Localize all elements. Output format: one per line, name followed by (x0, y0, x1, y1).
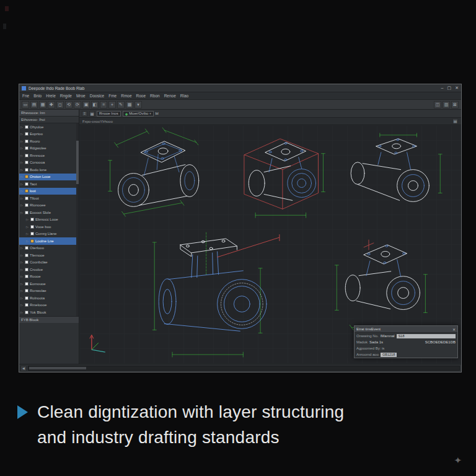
layer-row[interactable]: ▷Coonbclae (19, 259, 79, 267)
layer-row[interactable]: ▷Vooe boo (19, 223, 79, 231)
expand-arrow-icon[interactable]: ▷ (26, 225, 29, 229)
layer-tool-icon[interactable]: ▦ (89, 111, 95, 117)
dialog-close-icon[interactable]: ✕ (452, 327, 456, 332)
expand-arrow-icon[interactable]: ▷ (20, 196, 24, 200)
layer-row[interactable]: ▷Ohyuloe (19, 123, 79, 131)
dialog-title-bar[interactable]: Etrat tinsEvent ✕ (355, 326, 457, 333)
layer-checkbox[interactable] (25, 253, 29, 257)
menu-item[interactable]: Doosice (90, 94, 104, 98)
layer-checkbox[interactable] (25, 311, 29, 314)
expand-arrow-icon[interactable]: ▷ (20, 282, 24, 286)
toolbar-icon[interactable]: ⌖ (108, 101, 116, 108)
layer-row[interactable]: ▷Tfemooe (19, 252, 79, 259)
layer-row[interactable]: ▷Eomouoe (19, 280, 79, 288)
layer-row[interactable]: ▷Bodo lone (19, 166, 79, 174)
layer-row[interactable]: ▷Roooe (19, 273, 79, 281)
maximize-button[interactable]: ▢ (447, 86, 452, 90)
layer-checkbox[interactable] (25, 203, 29, 207)
layer-checkbox[interactable] (25, 161, 29, 164)
expand-arrow-icon[interactable]: ▷ (20, 168, 24, 172)
menu-item[interactable]: Renoe (164, 94, 176, 98)
scroll-left-icon[interactable]: ◀ (20, 366, 27, 371)
layer-row[interactable]: ▷Tlloot (19, 195, 79, 202)
expand-arrow-icon[interactable]: ▷ (20, 253, 24, 257)
toolbar-icon[interactable]: ≡ (100, 101, 107, 108)
expand-arrow-icon[interactable]: ▷ (26, 218, 29, 221)
layer-checkbox[interactable] (30, 218, 34, 221)
layer-checkbox[interactable] (25, 168, 29, 172)
layer-checkbox[interactable] (25, 260, 29, 264)
layer-checkbox[interactable] (25, 289, 29, 293)
toolbar-icon[interactable]: ◫ (434, 101, 441, 108)
toolbar-icon[interactable]: ◧ (91, 101, 99, 108)
horizontal-scrollbar[interactable] (28, 366, 460, 371)
layer-row[interactable]: ▷Conoooa (19, 159, 79, 167)
toolbar-icon[interactable]: ✎ (117, 101, 125, 108)
dialog-input[interactable]: S18 (397, 334, 456, 338)
expand-arrow-icon[interactable]: ▷ (20, 203, 24, 207)
layer-checkbox[interactable] (30, 225, 34, 229)
layer-state-combo[interactable]: ◆ Moer/Ovibo ▾ (123, 111, 154, 117)
layer-checkbox[interactable] (25, 275, 29, 278)
toolbar-icon[interactable]: ▩ (126, 101, 133, 108)
toolbar-icon[interactable]: ▤ (30, 101, 38, 108)
toolbar-icon[interactable]: ⊠ (451, 101, 459, 108)
layer-checkbox[interactable] (25, 282, 29, 286)
layer-checkbox[interactable] (25, 175, 29, 178)
expand-arrow-icon[interactable]: ▷ (20, 161, 24, 164)
expand-arrow-icon[interactable]: ▷ (20, 189, 24, 193)
close-button[interactable]: ✕ (455, 86, 459, 90)
menu-item[interactable]: Fne (22, 94, 29, 98)
layer-row[interactable]: ▷Rolnoota (19, 294, 79, 302)
layer-row[interactable]: ▷Yok Blook (19, 309, 79, 316)
title-block-dialog[interactable]: Etrat tinsEvent ✕ Onwwing No. IMamnal S1… (354, 325, 458, 358)
expand-arrow-icon[interactable]: ▷ (20, 211, 24, 214)
layer-row[interactable]: ▷Ebmocc Looe (19, 216, 79, 224)
toolbar-icon[interactable]: ▦ (39, 101, 46, 108)
layer-checkbox[interactable] (25, 211, 29, 214)
view-bottom-center[interactable] (152, 232, 267, 357)
layer-checkbox[interactable] (25, 132, 29, 136)
menu-item[interactable]: Fme (108, 94, 117, 98)
menu-item[interactable]: Bnio (33, 94, 42, 98)
layer-row[interactable]: ▷Comrg Llane (19, 231, 79, 238)
expand-arrow-icon[interactable]: ▷ (20, 289, 24, 293)
expand-arrow-icon[interactable]: ▷ (20, 146, 24, 150)
layer-checkbox[interactable] (30, 232, 34, 236)
expand-arrow-icon[interactable]: ▷ (20, 175, 24, 178)
layer-row[interactable]: ▷Rooro (19, 138, 79, 145)
dialog-input[interactable]: GB1218 (381, 353, 397, 357)
menu-item[interactable]: Rngde (60, 94, 72, 98)
layer-row[interactable]: ▷Crooloe (19, 266, 79, 273)
toolbar-icon[interactable]: ▥ (443, 101, 450, 108)
view-top-center[interactable] (244, 139, 325, 218)
menu-item[interactable]: Rooe (136, 94, 146, 98)
layer-checkbox[interactable] (25, 146, 29, 150)
layer-checkbox[interactable] (25, 196, 29, 200)
expand-arrow-icon[interactable]: ▷ (20, 311, 24, 314)
layer-tool-icon[interactable]: ≡ (82, 111, 87, 117)
layer-checkbox[interactable] (25, 303, 29, 307)
menu-item[interactable]: Mroe (76, 94, 86, 98)
layer-checkbox[interactable] (25, 154, 29, 157)
layer-row[interactable]: ▷Loolne Lne (19, 237, 79, 245)
properties-icon[interactable]: ▤ (452, 118, 458, 124)
layer-checkbox[interactable] (25, 246, 29, 250)
layer-checkbox[interactable] (30, 239, 34, 243)
expand-arrow-icon[interactable]: ▷ (20, 303, 24, 307)
expand-arrow-icon[interactable]: ▷ (20, 139, 24, 143)
expand-arrow-icon[interactable]: ▷ (20, 275, 24, 278)
expand-arrow-icon[interactable]: ▷ (20, 260, 24, 264)
layer-row[interactable]: ▷Ronwolae (19, 288, 79, 295)
expand-arrow-icon[interactable]: ▷ (20, 296, 24, 300)
layer-checkbox[interactable] (25, 139, 29, 143)
sidebar-scrollbar-thumb[interactable] (76, 141, 79, 184)
view-bottom-right[interactable] (335, 240, 427, 333)
menu-item[interactable]: Rmoe (121, 94, 131, 98)
layer-checkbox[interactable] (25, 268, 29, 271)
layer-checkbox[interactable] (25, 296, 29, 300)
toolbar-icon[interactable]: ◻ (56, 101, 64, 108)
layer-row[interactable]: ▷Rdgwolee (19, 145, 79, 152)
expand-arrow-icon[interactable]: ▷ (20, 125, 24, 129)
expand-arrow-icon[interactable]: ▷ (20, 246, 24, 250)
